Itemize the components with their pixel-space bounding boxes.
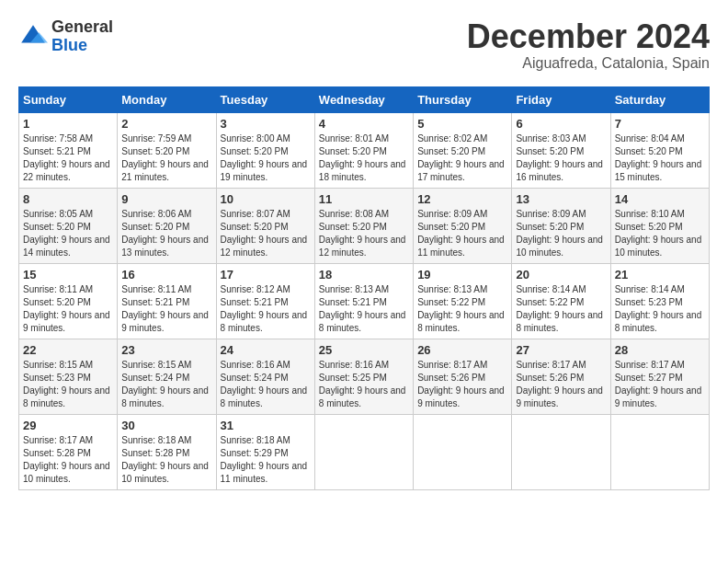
day-number: 30 [121, 419, 211, 432]
weekday-header: Friday [512, 86, 610, 112]
day-number: 18 [319, 268, 409, 282]
day-number: 23 [121, 343, 211, 357]
day-number: 14 [615, 192, 705, 206]
sunset-label: Sunset: 5:20 PM [121, 146, 189, 156]
daylight-label: Daylight: 9 hours and 10 minutes. [516, 235, 603, 258]
sunset-label: Sunset: 5:20 PM [516, 146, 584, 156]
daylight-label: Daylight: 9 hours and 22 minutes. [23, 159, 110, 182]
sunrise-label: Sunrise: 8:17 AM [615, 360, 685, 370]
calendar-cell: 23 Sunrise: 8:15 AM Sunset: 5:24 PM Dayl… [118, 339, 216, 414]
weekday-header: Sunday [19, 86, 118, 112]
sunrise-label: Sunrise: 8:14 AM [516, 284, 586, 294]
calendar-week-row: 22 Sunrise: 8:15 AM Sunset: 5:23 PM Dayl… [19, 339, 710, 414]
sunrise-label: Sunrise: 7:58 AM [23, 133, 93, 144]
sunrise-label: Sunrise: 8:10 AM [615, 209, 685, 219]
sunrise-label: Sunrise: 8:14 AM [615, 284, 685, 294]
sunset-label: Sunset: 5:24 PM [121, 373, 189, 383]
day-number: 24 [221, 343, 311, 357]
daylight-label: Daylight: 9 hours and 9 minutes. [615, 385, 702, 408]
day-info: Sunrise: 8:17 AM Sunset: 5:26 PM Dayligh… [417, 359, 507, 410]
calendar-cell [610, 414, 709, 489]
day-number: 17 [221, 268, 311, 282]
calendar-cell: 9 Sunrise: 8:06 AM Sunset: 5:20 PM Dayli… [118, 188, 216, 263]
sunrise-label: Sunrise: 8:01 AM [319, 133, 389, 144]
calendar-cell [414, 414, 512, 489]
calendar-cell: 11 Sunrise: 8:08 AM Sunset: 5:20 PM Dayl… [314, 188, 413, 263]
day-info: Sunrise: 8:14 AM Sunset: 5:23 PM Dayligh… [615, 283, 705, 335]
subtitle: Aiguafreda, Catalonia, Spain [467, 55, 710, 72]
calendar-cell: 5 Sunrise: 8:02 AM Sunset: 5:20 PM Dayli… [414, 112, 512, 188]
daylight-label: Daylight: 9 hours and 8 minutes. [221, 310, 308, 333]
calendar-week-row: 29 Sunrise: 8:17 AM Sunset: 5:28 PM Dayl… [19, 414, 710, 489]
day-number: 1 [23, 117, 113, 131]
day-info: Sunrise: 8:01 AM Sunset: 5:20 PM Dayligh… [319, 132, 409, 184]
calendar-cell: 2 Sunrise: 7:59 AM Sunset: 5:20 PM Dayli… [118, 112, 216, 188]
daylight-label: Daylight: 9 hours and 9 minutes. [516, 385, 603, 408]
daylight-label: Daylight: 9 hours and 8 minutes. [319, 310, 406, 333]
day-number: 20 [516, 268, 606, 282]
sunrise-label: Sunrise: 8:15 AM [121, 360, 191, 370]
calendar-cell: 26 Sunrise: 8:17 AM Sunset: 5:26 PM Dayl… [414, 339, 512, 414]
calendar-week-row: 15 Sunrise: 8:11 AM Sunset: 5:20 PM Dayl… [19, 263, 710, 339]
day-info: Sunrise: 8:10 AM Sunset: 5:20 PM Dayligh… [615, 208, 705, 259]
day-info: Sunrise: 8:06 AM Sunset: 5:20 PM Dayligh… [121, 208, 211, 259]
sunrise-label: Sunrise: 8:18 AM [221, 435, 290, 445]
sunset-label: Sunset: 5:25 PM [319, 373, 387, 383]
day-number: 2 [121, 117, 211, 131]
day-info: Sunrise: 8:17 AM Sunset: 5:26 PM Dayligh… [516, 359, 606, 410]
calendar-cell: 15 Sunrise: 8:11 AM Sunset: 5:20 PM Dayl… [19, 263, 118, 339]
calendar-cell: 28 Sunrise: 8:17 AM Sunset: 5:27 PM Dayl… [610, 339, 709, 414]
daylight-label: Daylight: 9 hours and 11 minutes. [417, 235, 505, 258]
day-info: Sunrise: 8:11 AM Sunset: 5:21 PM Dayligh… [121, 283, 211, 335]
sunrise-label: Sunrise: 8:06 AM [121, 209, 191, 219]
sunset-label: Sunset: 5:20 PM [319, 146, 387, 156]
calendar-week-row: 8 Sunrise: 8:05 AM Sunset: 5:20 PM Dayli… [19, 188, 710, 263]
calendar-cell: 20 Sunrise: 8:14 AM Sunset: 5:22 PM Dayl… [512, 263, 610, 339]
sunset-label: Sunset: 5:20 PM [516, 222, 584, 232]
day-number: 21 [615, 268, 705, 282]
sunset-label: Sunset: 5:27 PM [615, 373, 683, 383]
calendar-cell: 21 Sunrise: 8:14 AM Sunset: 5:23 PM Dayl… [610, 263, 709, 339]
daylight-label: Daylight: 9 hours and 10 minutes. [615, 235, 702, 258]
day-number: 28 [615, 343, 705, 357]
day-info: Sunrise: 8:16 AM Sunset: 5:24 PM Dayligh… [221, 359, 311, 410]
weekday-header: Wednesday [314, 86, 413, 112]
day-info: Sunrise: 7:59 AM Sunset: 5:20 PM Dayligh… [121, 132, 211, 184]
page-header: General Blue December 2024 Aiguafreda, C… [18, 18, 710, 72]
sunset-label: Sunset: 5:21 PM [121, 297, 189, 307]
sunset-label: Sunset: 5:21 PM [319, 297, 387, 307]
calendar-cell: 29 Sunrise: 8:17 AM Sunset: 5:28 PM Dayl… [19, 414, 118, 489]
sunset-label: Sunset: 5:26 PM [417, 373, 485, 383]
sunset-label: Sunset: 5:28 PM [121, 448, 189, 458]
sunset-label: Sunset: 5:20 PM [417, 222, 485, 232]
calendar-week-row: 1 Sunrise: 7:58 AM Sunset: 5:21 PM Dayli… [19, 112, 710, 188]
daylight-label: Daylight: 9 hours and 18 minutes. [319, 159, 406, 182]
daylight-label: Daylight: 9 hours and 21 minutes. [121, 159, 209, 182]
daylight-label: Daylight: 9 hours and 10 minutes. [23, 461, 110, 484]
day-number: 3 [221, 117, 311, 131]
calendar-cell: 4 Sunrise: 8:01 AM Sunset: 5:20 PM Dayli… [314, 112, 413, 188]
sunrise-label: Sunrise: 8:03 AM [516, 133, 586, 144]
daylight-label: Daylight: 9 hours and 8 minutes. [615, 310, 702, 333]
day-number: 4 [319, 117, 409, 131]
sunrise-label: Sunrise: 8:09 AM [516, 209, 586, 219]
day-number: 19 [417, 268, 507, 282]
daylight-label: Daylight: 9 hours and 14 minutes. [23, 235, 110, 258]
calendar-cell: 7 Sunrise: 8:04 AM Sunset: 5:20 PM Dayli… [610, 112, 709, 188]
calendar-cell: 17 Sunrise: 8:12 AM Sunset: 5:21 PM Dayl… [216, 263, 314, 339]
sunset-label: Sunset: 5:21 PM [221, 297, 289, 307]
sunrise-label: Sunrise: 8:04 AM [615, 133, 685, 144]
sunrise-label: Sunrise: 8:13 AM [417, 284, 487, 294]
daylight-label: Daylight: 9 hours and 9 minutes. [121, 310, 209, 333]
day-info: Sunrise: 8:18 AM Sunset: 5:28 PM Dayligh… [121, 434, 211, 486]
sunrise-label: Sunrise: 8:11 AM [121, 284, 191, 294]
sunrise-label: Sunrise: 8:05 AM [23, 209, 93, 219]
title-block: December 2024 Aiguafreda, Catalonia, Spa… [467, 18, 710, 72]
day-info: Sunrise: 8:16 AM Sunset: 5:25 PM Dayligh… [319, 359, 409, 410]
day-number: 16 [121, 268, 211, 282]
daylight-label: Daylight: 9 hours and 9 minutes. [23, 310, 110, 333]
weekday-header: Tuesday [216, 86, 314, 112]
daylight-label: Daylight: 9 hours and 8 minutes. [121, 385, 209, 408]
calendar-cell: 19 Sunrise: 8:13 AM Sunset: 5:22 PM Dayl… [414, 263, 512, 339]
sunrise-label: Sunrise: 8:07 AM [221, 209, 290, 219]
